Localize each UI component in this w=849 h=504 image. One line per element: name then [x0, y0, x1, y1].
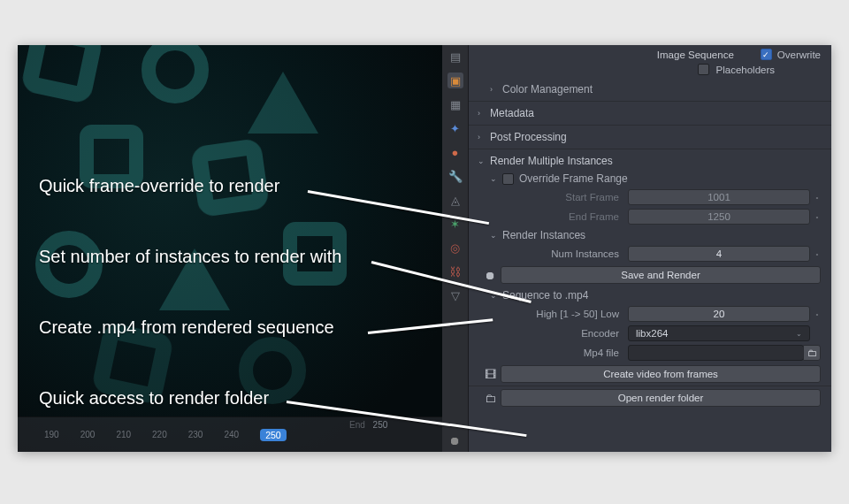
tab-data-icon[interactable]: ▽: [447, 287, 463, 303]
placeholders-checkbox[interactable]: [698, 64, 709, 75]
save-and-render-button[interactable]: Save and Render: [501, 266, 821, 284]
start-frame-label: Start Frame: [469, 192, 628, 202]
mesh-shape: [35, 231, 103, 298]
subsection-override-frame-range[interactable]: ⌄ Override Frame Range: [469, 170, 831, 187]
section-render-multiple-instances[interactable]: ⌄ Render Multiple Instances: [469, 152, 831, 170]
file-browse-icon[interactable]: 🗀: [803, 345, 821, 361]
chevron-down-icon: ⌄: [796, 330, 802, 338]
chevron-down-icon: ⌄: [490, 174, 497, 183]
num-instances-row: Num Instances 4 •: [469, 244, 831, 263]
start-frame-row: Start Frame 1001 •: [469, 187, 831, 207]
tab-particles-icon[interactable]: ✶: [447, 216, 463, 232]
section-label: Metadata: [490, 107, 534, 119]
num-instances-input[interactable]: 4: [628, 246, 810, 262]
tab-physics-icon[interactable]: ◎: [447, 240, 463, 256]
end-frame-input[interactable]: 1250: [628, 209, 810, 225]
encoder-label: Encoder: [469, 328, 628, 339]
save-and-render-row: ⏺ Save and Render: [479, 266, 821, 284]
mesh-shape: [248, 72, 318, 134]
tab-constraints-icon[interactable]: ⛓: [447, 263, 463, 279]
num-instances-label: Num Instances: [469, 248, 628, 259]
timeline[interactable]: End 250 190 200 210 220 230 240 250: [18, 416, 442, 452]
properties-panel: Image Sequence ✓ Overwrite Placeholders …: [469, 45, 831, 452]
section-label: Render Multiple Instances: [490, 155, 613, 167]
overwrite-label: Overwrite: [777, 50, 821, 60]
timeline-tick: 230: [188, 430, 203, 439]
mesh-shape: [283, 222, 347, 286]
keyframe-dot-icon[interactable]: •: [814, 250, 821, 258]
keyframe-dot-icon[interactable]: •: [814, 310, 821, 318]
tab-world-icon[interactable]: ●: [447, 144, 463, 160]
chevron-down-icon: ⌄: [490, 231, 497, 240]
subsection-sequence-to-mp4[interactable]: ⌄ Sequence to .mp4: [469, 286, 831, 304]
film-icon: 🎞: [479, 365, 501, 383]
quality-label: High [1 -> 50] Low: [469, 309, 628, 319]
start-frame-input[interactable]: 1001: [628, 189, 810, 205]
section-label: Render Instances: [502, 229, 585, 241]
placeholders-row: Placeholders: [469, 62, 831, 80]
section-metadata[interactable]: › Metadata: [469, 104, 831, 122]
chevron-right-icon: ›: [478, 109, 485, 118]
folder-icon: 🗀: [479, 389, 501, 407]
mp4-file-input[interactable]: [628, 345, 804, 361]
timeline-tick: 190: [44, 430, 59, 439]
open-render-folder-button[interactable]: Open render folder: [501, 389, 821, 407]
section-color-management[interactable]: › Color Management: [469, 80, 831, 98]
chevron-right-icon: ›: [490, 85, 497, 94]
override-range-checkbox[interactable]: [502, 173, 514, 185]
open-folder-row: 🗀 Open render folder: [479, 389, 821, 407]
value: 250: [373, 420, 388, 430]
mesh-shape: [80, 125, 143, 188]
overwrite-checkbox[interactable]: ✓: [761, 49, 772, 60]
keyframe-dot-icon[interactable]: •: [814, 194, 821, 202]
tab-viewlayer-icon[interactable]: ▦: [447, 96, 463, 112]
tab-object-icon[interactable]: 🔧: [447, 168, 463, 184]
tab-output-icon[interactable]: ▣: [447, 73, 463, 88]
section-label: Sequence to .mp4: [502, 289, 588, 302]
keyframe-dot-icon[interactable]: •: [814, 213, 821, 221]
tab-render-icon[interactable]: ▤: [447, 49, 463, 65]
timeline-tick: 210: [116, 430, 131, 439]
section-label: Post Processing: [490, 131, 567, 143]
mesh-shape: [239, 337, 306, 404]
properties-tab-strip: ▤ ▣ ▦ ✦ ● 🔧 ◬ ✶ ◎ ⛓ ▽ ⏺: [442, 45, 469, 452]
label: End: [349, 420, 365, 430]
quality-row: High [1 -> 50] Low 20 •: [469, 304, 831, 324]
tab-modifiers-icon[interactable]: ◬: [447, 192, 463, 208]
chevron-right-icon: ›: [478, 133, 485, 141]
tab-scene-icon[interactable]: ✦: [447, 120, 463, 136]
section-label: Color Management: [502, 83, 593, 95]
timeline-end-label: End 250: [349, 420, 387, 430]
placeholders-label: Placeholders: [716, 65, 775, 75]
quality-input[interactable]: 20: [628, 306, 810, 322]
end-frame-label: End Frame: [469, 211, 628, 222]
encoder-select[interactable]: libx264 ⌄: [628, 325, 810, 341]
timeline-tick: 200: [80, 430, 96, 439]
mesh-shape: [91, 322, 175, 406]
app-frame: End 250 190 200 210 220 230 240 250 ▤ ▣ …: [18, 45, 831, 452]
mesh-shape: [142, 45, 209, 103]
mesh-shape: [20, 45, 104, 104]
create-video-button[interactable]: Create video from frames: [501, 365, 821, 383]
mesh-shape: [159, 248, 230, 310]
section-post-processing[interactable]: › Post Processing: [469, 128, 831, 146]
viewport-3d[interactable]: End 250 190 200 210 220 230 240 250: [18, 45, 442, 452]
image-sequence-row: Image Sequence ✓ Overwrite: [469, 45, 831, 62]
encoder-row: Encoder libx264 ⌄ •: [469, 324, 831, 343]
image-sequence-label: Image Sequence: [657, 50, 734, 60]
end-frame-row: End Frame 1250 •: [469, 207, 831, 226]
timeline-tick: 220: [152, 430, 167, 439]
mp4-file-label: Mp4 file: [469, 347, 628, 358]
timeline-current-frame[interactable]: 250: [260, 429, 287, 441]
create-video-row: 🎞 Create video from frames: [479, 365, 821, 383]
render-icon: ⏺: [479, 266, 501, 284]
render-icon[interactable]: ⏺: [447, 432, 463, 448]
encoder-value: libx264: [636, 328, 668, 339]
section-label: Override Frame Range: [519, 172, 628, 185]
mp4-file-row: Mp4 file 🗀: [469, 343, 831, 363]
subsection-render-instances[interactable]: ⌄ Render Instances: [469, 226, 831, 244]
chevron-down-icon: ⌄: [490, 291, 497, 300]
timeline-tick: 240: [224, 430, 239, 439]
mesh-shape: [190, 138, 270, 218]
chevron-down-icon: ⌄: [478, 157, 485, 165]
